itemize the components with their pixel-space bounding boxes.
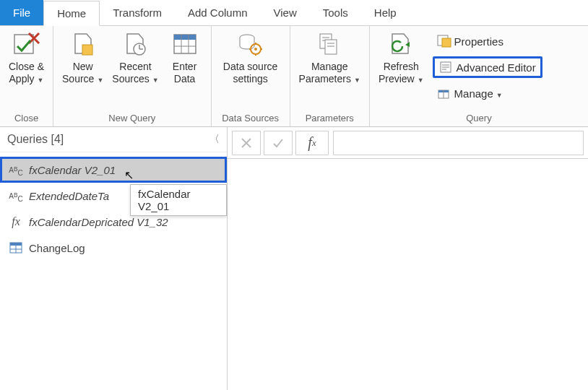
formula-input[interactable] <box>333 131 584 155</box>
tab-view[interactable]: View <box>261 0 310 25</box>
svg-rect-8 <box>174 35 196 40</box>
query-item-fxcalendar-v2[interactable]: ABC fxCalendar V2_01 <box>0 157 227 183</box>
tab-home[interactable]: Home <box>43 1 100 26</box>
group-label-new-query: New Query <box>58 113 207 125</box>
enter-data-icon <box>170 30 199 58</box>
data-source-settings-button[interactable]: Data source settings <box>216 29 285 87</box>
tab-transform[interactable]: Transform <box>100 0 175 25</box>
query-list: ABC fxCalendar V2_01 ABC ExtendedDateTa … <box>0 152 227 265</box>
close-apply-button[interactable]: Close & Apply▼ <box>4 29 48 87</box>
group-label-close: Close <box>4 113 48 125</box>
ribbon-group-parameters: Manage Parameters▼ Parameters <box>290 26 370 126</box>
enter-data-button[interactable]: Enter Data <box>163 29 207 87</box>
group-label-data-sources: Data Sources <box>216 113 285 125</box>
tab-file[interactable]: File <box>0 0 43 25</box>
text-type-icon: ABC <box>9 189 23 202</box>
svg-rect-22 <box>325 40 337 54</box>
close-apply-icon <box>12 30 41 58</box>
manage-label: Manage▼ <box>454 87 503 100</box>
query-item-label: ExtendedDateTa <box>29 190 109 202</box>
ribbon-group-new-query: New Source▼ Recent Sources▼ <box>53 26 212 126</box>
function-icon: fx <box>9 215 23 228</box>
tab-help[interactable]: Help <box>361 0 410 25</box>
new-source-icon <box>69 30 98 58</box>
formula-commit-button[interactable] <box>264 131 293 155</box>
ribbon-group-close: Close & Apply▼ Close <box>0 26 53 126</box>
close-apply-label2: Apply▼ <box>9 73 44 85</box>
query-item-label: fxCalendarDepricated V1_32 <box>29 216 168 228</box>
svg-rect-3 <box>82 45 92 55</box>
close-apply-label1: Close & <box>9 61 44 73</box>
recent-sources-button[interactable]: Recent Sources▼ <box>108 29 163 87</box>
svg-point-14 <box>254 48 257 51</box>
data-source-label2: settings <box>233 73 267 85</box>
new-source-label2: Source▼ <box>62 73 103 85</box>
collapse-queries-button[interactable]: 〈 <box>209 133 220 146</box>
enter-data-label1: Enter <box>173 61 196 73</box>
advanced-editor-button[interactable]: Advanced Editor <box>433 56 542 78</box>
group-label-query: Query <box>374 113 584 125</box>
group-label-parameters: Parameters <box>295 113 365 125</box>
refresh-preview-icon <box>386 30 415 58</box>
properties-label: Properties <box>454 35 503 48</box>
recent-sources-label2: Sources▼ <box>112 73 158 85</box>
data-source-settings-icon <box>236 30 265 58</box>
manage-icon <box>437 87 450 100</box>
new-source-label1: New <box>73 61 93 73</box>
formula-bar: fx <box>228 127 588 159</box>
svg-rect-27 <box>442 38 451 47</box>
queries-header-label: Queries [4] <box>7 133 64 146</box>
ribbon-group-query: Refresh Preview▼ Properties Advanced Edi… <box>370 26 588 126</box>
formula-area: fx <box>228 127 588 390</box>
new-source-button[interactable]: New Source▼ <box>58 29 108 87</box>
advanced-editor-icon <box>439 61 452 74</box>
manage-parameters-label1: Manage <box>311 61 348 73</box>
text-type-icon: ABC <box>9 163 23 176</box>
query-tooltip: fxCalendar V2_01 <box>130 184 227 216</box>
advanced-editor-label: Advanced Editor <box>457 61 536 74</box>
cursor-icon: ↖ <box>124 168 134 182</box>
tab-add-column[interactable]: Add Column <box>175 0 261 25</box>
recent-sources-label1: Recent <box>119 61 151 73</box>
svg-rect-0 <box>14 35 33 53</box>
ribbon-tabs: File Home Transform Add Column View Tool… <box>0 0 588 26</box>
recent-sources-icon <box>121 30 150 58</box>
refresh-label2: Preview▼ <box>379 73 424 85</box>
fx-icon[interactable]: fx <box>295 131 329 155</box>
ribbon: Close & Apply▼ Close New Source▼ <box>0 26 588 127</box>
queries-header: Queries [4] 〈 <box>0 127 227 152</box>
properties-icon <box>437 35 450 48</box>
formula-cancel-button[interactable] <box>232 131 261 155</box>
lower-region: Queries [4] 〈 ABC fxCalendar V2_01 ABC E… <box>0 127 588 390</box>
manage-button[interactable]: Manage▼ <box>433 82 542 104</box>
manage-parameters-label2: Parameters▼ <box>299 73 360 85</box>
refresh-preview-button[interactable]: Refresh Preview▼ <box>374 29 428 87</box>
query-item-label: ChangeLog <box>29 242 85 254</box>
tab-tools[interactable]: Tools <box>310 0 361 25</box>
enter-data-label2: Data <box>174 73 196 85</box>
queries-panel: Queries [4] 〈 ABC fxCalendar V2_01 ABC E… <box>0 127 228 390</box>
ribbon-group-data-sources: Data source settings Data Sources <box>212 26 290 126</box>
query-item-label: fxCalendar V2_01 <box>29 164 116 176</box>
data-source-label1: Data source <box>223 61 277 73</box>
query-item-changelog[interactable]: ChangeLog <box>0 235 227 261</box>
table-icon <box>9 243 23 253</box>
properties-button[interactable]: Properties <box>433 30 542 52</box>
manage-parameters-icon <box>315 30 344 58</box>
refresh-label1: Refresh <box>384 61 419 73</box>
manage-parameters-button[interactable]: Manage Parameters▼ <box>295 29 365 87</box>
